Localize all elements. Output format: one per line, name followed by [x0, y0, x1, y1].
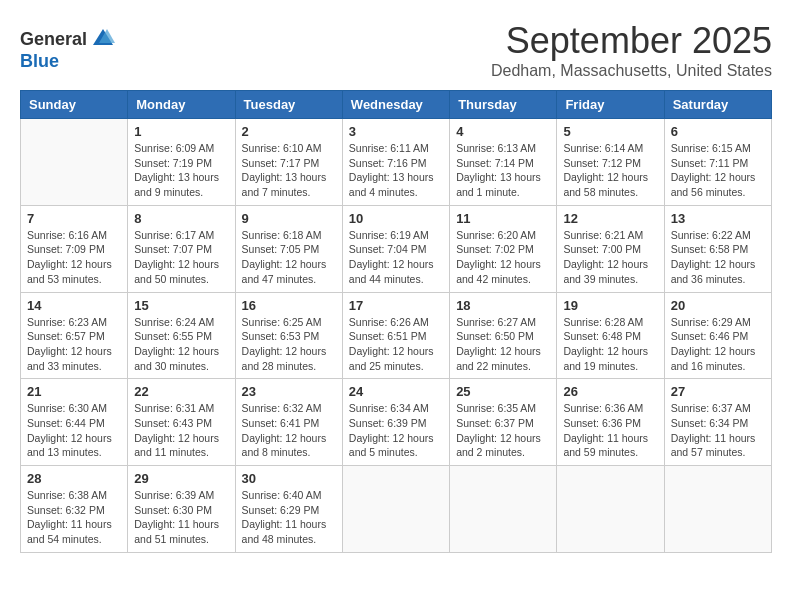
- day-number: 2: [242, 124, 336, 139]
- day-number: 9: [242, 211, 336, 226]
- day-info: Sunrise: 6:16 AMSunset: 7:09 PMDaylight:…: [27, 228, 121, 287]
- calendar-day-cell: 30Sunrise: 6:40 AMSunset: 6:29 PMDayligh…: [235, 466, 342, 553]
- calendar-day-cell: 13Sunrise: 6:22 AMSunset: 6:58 PMDayligh…: [664, 205, 771, 292]
- calendar-header-row: SundayMondayTuesdayWednesdayThursdayFrid…: [21, 91, 772, 119]
- day-info: Sunrise: 6:32 AMSunset: 6:41 PMDaylight:…: [242, 401, 336, 460]
- calendar-day-cell: 15Sunrise: 6:24 AMSunset: 6:55 PMDayligh…: [128, 292, 235, 379]
- day-info: Sunrise: 6:22 AMSunset: 6:58 PMDaylight:…: [671, 228, 765, 287]
- calendar-day-cell: 23Sunrise: 6:32 AMSunset: 6:41 PMDayligh…: [235, 379, 342, 466]
- calendar-day-cell: 21Sunrise: 6:30 AMSunset: 6:44 PMDayligh…: [21, 379, 128, 466]
- calendar-day-cell: 17Sunrise: 6:26 AMSunset: 6:51 PMDayligh…: [342, 292, 449, 379]
- day-number: 29: [134, 471, 228, 486]
- day-number: 23: [242, 384, 336, 399]
- logo: General Blue: [20, 25, 117, 73]
- day-of-week-header: Wednesday: [342, 91, 449, 119]
- day-number: 10: [349, 211, 443, 226]
- day-number: 16: [242, 298, 336, 313]
- calendar-day-cell: [21, 119, 128, 206]
- day-number: 18: [456, 298, 550, 313]
- day-of-week-header: Monday: [128, 91, 235, 119]
- day-number: 17: [349, 298, 443, 313]
- calendar-day-cell: 7Sunrise: 6:16 AMSunset: 7:09 PMDaylight…: [21, 205, 128, 292]
- day-of-week-header: Thursday: [450, 91, 557, 119]
- calendar-day-cell: 28Sunrise: 6:38 AMSunset: 6:32 PMDayligh…: [21, 466, 128, 553]
- day-of-week-header: Friday: [557, 91, 664, 119]
- day-number: 1: [134, 124, 228, 139]
- calendar-day-cell: 5Sunrise: 6:14 AMSunset: 7:12 PMDaylight…: [557, 119, 664, 206]
- calendar-day-cell: 10Sunrise: 6:19 AMSunset: 7:04 PMDayligh…: [342, 205, 449, 292]
- calendar-day-cell: 27Sunrise: 6:37 AMSunset: 6:34 PMDayligh…: [664, 379, 771, 466]
- day-number: 30: [242, 471, 336, 486]
- calendar-week-row: 28Sunrise: 6:38 AMSunset: 6:32 PMDayligh…: [21, 466, 772, 553]
- calendar-day-cell: [557, 466, 664, 553]
- day-of-week-header: Saturday: [664, 91, 771, 119]
- day-number: 15: [134, 298, 228, 313]
- day-number: 27: [671, 384, 765, 399]
- day-info: Sunrise: 6:28 AMSunset: 6:48 PMDaylight:…: [563, 315, 657, 374]
- day-info: Sunrise: 6:10 AMSunset: 7:17 PMDaylight:…: [242, 141, 336, 200]
- day-number: 5: [563, 124, 657, 139]
- day-number: 4: [456, 124, 550, 139]
- day-info: Sunrise: 6:19 AMSunset: 7:04 PMDaylight:…: [349, 228, 443, 287]
- day-number: 21: [27, 384, 121, 399]
- calendar-day-cell: 2Sunrise: 6:10 AMSunset: 7:17 PMDaylight…: [235, 119, 342, 206]
- calendar-day-cell: 3Sunrise: 6:11 AMSunset: 7:16 PMDaylight…: [342, 119, 449, 206]
- day-info: Sunrise: 6:35 AMSunset: 6:37 PMDaylight:…: [456, 401, 550, 460]
- calendar-day-cell: [342, 466, 449, 553]
- day-number: 14: [27, 298, 121, 313]
- day-info: Sunrise: 6:23 AMSunset: 6:57 PMDaylight:…: [27, 315, 121, 374]
- day-number: 26: [563, 384, 657, 399]
- day-info: Sunrise: 6:38 AMSunset: 6:32 PMDaylight:…: [27, 488, 121, 547]
- calendar-day-cell: 11Sunrise: 6:20 AMSunset: 7:02 PMDayligh…: [450, 205, 557, 292]
- day-number: 24: [349, 384, 443, 399]
- logo-blue-text: Blue: [20, 51, 59, 71]
- day-info: Sunrise: 6:13 AMSunset: 7:14 PMDaylight:…: [456, 141, 550, 200]
- day-info: Sunrise: 6:24 AMSunset: 6:55 PMDaylight:…: [134, 315, 228, 374]
- calendar-week-row: 7Sunrise: 6:16 AMSunset: 7:09 PMDaylight…: [21, 205, 772, 292]
- calendar-day-cell: 26Sunrise: 6:36 AMSunset: 6:36 PMDayligh…: [557, 379, 664, 466]
- day-info: Sunrise: 6:18 AMSunset: 7:05 PMDaylight:…: [242, 228, 336, 287]
- calendar-day-cell: [664, 466, 771, 553]
- calendar-day-cell: 8Sunrise: 6:17 AMSunset: 7:07 PMDaylight…: [128, 205, 235, 292]
- day-number: 8: [134, 211, 228, 226]
- day-info: Sunrise: 6:29 AMSunset: 6:46 PMDaylight:…: [671, 315, 765, 374]
- day-number: 12: [563, 211, 657, 226]
- calendar-week-row: 1Sunrise: 6:09 AMSunset: 7:19 PMDaylight…: [21, 119, 772, 206]
- day-info: Sunrise: 6:39 AMSunset: 6:30 PMDaylight:…: [134, 488, 228, 547]
- day-of-week-header: Sunday: [21, 91, 128, 119]
- day-info: Sunrise: 6:20 AMSunset: 7:02 PMDaylight:…: [456, 228, 550, 287]
- day-info: Sunrise: 6:40 AMSunset: 6:29 PMDaylight:…: [242, 488, 336, 547]
- day-info: Sunrise: 6:26 AMSunset: 6:51 PMDaylight:…: [349, 315, 443, 374]
- day-info: Sunrise: 6:27 AMSunset: 6:50 PMDaylight:…: [456, 315, 550, 374]
- day-info: Sunrise: 6:15 AMSunset: 7:11 PMDaylight:…: [671, 141, 765, 200]
- day-info: Sunrise: 6:30 AMSunset: 6:44 PMDaylight:…: [27, 401, 121, 460]
- calendar-day-cell: 20Sunrise: 6:29 AMSunset: 6:46 PMDayligh…: [664, 292, 771, 379]
- calendar-day-cell: 9Sunrise: 6:18 AMSunset: 7:05 PMDaylight…: [235, 205, 342, 292]
- day-number: 20: [671, 298, 765, 313]
- day-info: Sunrise: 6:21 AMSunset: 7:00 PMDaylight:…: [563, 228, 657, 287]
- day-info: Sunrise: 6:36 AMSunset: 6:36 PMDaylight:…: [563, 401, 657, 460]
- day-number: 25: [456, 384, 550, 399]
- calendar-week-row: 14Sunrise: 6:23 AMSunset: 6:57 PMDayligh…: [21, 292, 772, 379]
- calendar: SundayMondayTuesdayWednesdayThursdayFrid…: [20, 90, 772, 553]
- day-info: Sunrise: 6:31 AMSunset: 6:43 PMDaylight:…: [134, 401, 228, 460]
- day-number: 6: [671, 124, 765, 139]
- day-number: 13: [671, 211, 765, 226]
- calendar-day-cell: 29Sunrise: 6:39 AMSunset: 6:30 PMDayligh…: [128, 466, 235, 553]
- calendar-day-cell: [450, 466, 557, 553]
- calendar-day-cell: 18Sunrise: 6:27 AMSunset: 6:50 PMDayligh…: [450, 292, 557, 379]
- day-number: 19: [563, 298, 657, 313]
- calendar-day-cell: 25Sunrise: 6:35 AMSunset: 6:37 PMDayligh…: [450, 379, 557, 466]
- month-title: September 2025: [491, 20, 772, 62]
- day-info: Sunrise: 6:37 AMSunset: 6:34 PMDaylight:…: [671, 401, 765, 460]
- day-info: Sunrise: 6:14 AMSunset: 7:12 PMDaylight:…: [563, 141, 657, 200]
- calendar-week-row: 21Sunrise: 6:30 AMSunset: 6:44 PMDayligh…: [21, 379, 772, 466]
- calendar-day-cell: 19Sunrise: 6:28 AMSunset: 6:48 PMDayligh…: [557, 292, 664, 379]
- day-number: 11: [456, 211, 550, 226]
- day-number: 7: [27, 211, 121, 226]
- day-info: Sunrise: 6:34 AMSunset: 6:39 PMDaylight:…: [349, 401, 443, 460]
- calendar-day-cell: 24Sunrise: 6:34 AMSunset: 6:39 PMDayligh…: [342, 379, 449, 466]
- day-info: Sunrise: 6:17 AMSunset: 7:07 PMDaylight:…: [134, 228, 228, 287]
- calendar-day-cell: 6Sunrise: 6:15 AMSunset: 7:11 PMDaylight…: [664, 119, 771, 206]
- logo-general-text: General: [20, 29, 87, 49]
